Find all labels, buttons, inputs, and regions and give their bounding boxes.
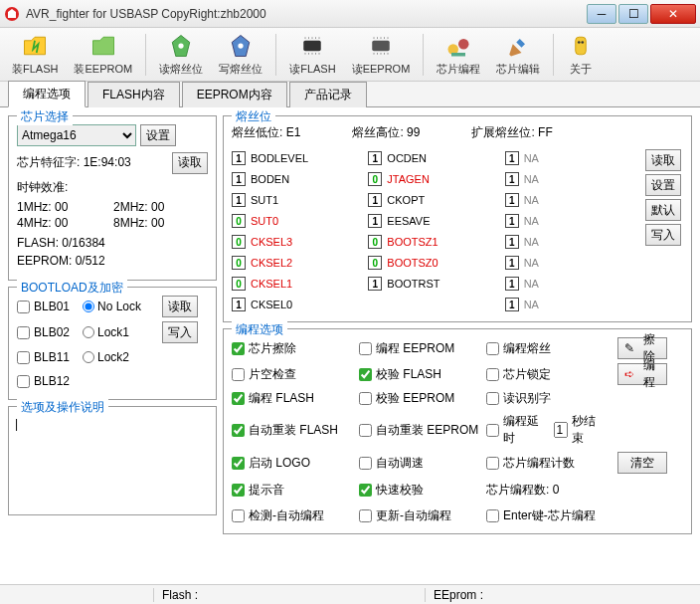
tool-read-eeprom[interactable]: 读EEPROM	[346, 30, 417, 79]
rb-lock2[interactable]: Lock2	[83, 350, 154, 364]
chip-select-title: 芯片选择	[17, 108, 73, 125]
eeprom-usage: EEPROM: 0/512	[17, 254, 208, 268]
fuse-default-button[interactable]: 默认	[645, 199, 681, 221]
fuse-bit[interactable]: 1NA	[505, 191, 641, 209]
fuse-bit[interactable]: 0CKSEL1	[232, 275, 368, 293]
fuse-bit[interactable]: 1NA	[505, 254, 641, 272]
fuse-bit[interactable]: 0BOOTSZ0	[368, 254, 504, 272]
clock-grid: 1MHz: 002MHz: 00 4MHz: 008MHz: 00	[17, 200, 208, 230]
tool-read-flash[interactable]: 读FLASH	[283, 30, 341, 79]
prog-count-label: 芯片编程数: 0	[486, 482, 608, 499]
clear-button[interactable]: 清空	[617, 452, 667, 474]
fuse-write-button[interactable]: 写入	[645, 224, 681, 246]
fuse-bit[interactable]: 0CKSEL2	[232, 254, 368, 272]
fuse-bit[interactable]: 1BODLEVEL	[232, 149, 368, 167]
rb-lock1[interactable]: Lock1	[83, 325, 154, 339]
svg-rect-7	[451, 53, 465, 57]
tool-read-fuse[interactable]: 读熔丝位	[153, 30, 209, 79]
fuse-bit[interactable]: 0SUT0	[232, 212, 368, 230]
titlebar: AVR_fighter for USBASP CopyRight:zhb2000…	[0, 0, 700, 28]
cb-prog-opt[interactable]: 芯片锁定	[486, 366, 608, 383]
status-flash: Flash :	[153, 588, 425, 602]
fuse-bit[interactable]: 0CKSEL3	[232, 233, 368, 251]
bootload-write-button[interactable]: 写入	[162, 321, 198, 343]
fuse-bit[interactable]: 1NA	[505, 275, 641, 293]
chip-read-button[interactable]: 读取	[172, 152, 208, 174]
chip-select-dropdown[interactable]: Atmega16	[17, 124, 136, 146]
cb-prog-opt[interactable]: 芯片编程计数	[486, 455, 608, 472]
cb-prog-opt[interactable]: 读识别字	[486, 390, 608, 407]
group-fuse: 熔丝位 熔丝低位: E1 熔丝高位: 99 扩展熔丝位: FF 1BODLEVE…	[223, 115, 692, 322]
tab-eeprom-content[interactable]: EEPROM内容	[182, 82, 287, 107]
rb-nolock[interactable]: No Lock	[83, 300, 154, 313]
chip-set-button[interactable]: 设置	[140, 124, 176, 146]
fuse-low-col: 1BODLEVEL1BODEN1SUT10SUT00CKSEL30CKSEL20…	[232, 149, 368, 313]
fuse-bit[interactable]: 0JTAGEN	[368, 170, 504, 188]
cb-prog-opt[interactable]: 自动重装 FLASH	[232, 422, 353, 439]
cb-prog-opt[interactable]: 片空检查	[232, 366, 353, 383]
cb-prog-opt[interactable]: 自动调速	[359, 455, 480, 472]
cb-prog-opt[interactable]: 编程延时 秒结束	[486, 413, 608, 447]
cb-prog-opt[interactable]: 编程 EEPROM	[359, 340, 480, 357]
fuse-high-header: 熔丝高位: 99	[352, 124, 420, 141]
cb-prog-opt[interactable]: 编程 FLASH	[232, 390, 353, 407]
cb-blb12[interactable]: BLB12	[17, 374, 79, 388]
svg-point-9	[578, 41, 581, 44]
fuse-title: 熔丝位	[232, 108, 275, 125]
prog-delay-input[interactable]	[554, 422, 568, 438]
cb-blb11[interactable]: BLB11	[17, 350, 79, 364]
tab-flash-content[interactable]: FLASH内容	[88, 82, 180, 107]
tool-write-fuse[interactable]: 写熔丝位	[213, 30, 268, 79]
cb-prog-opt[interactable]: 启动 LOGO	[232, 455, 353, 472]
cb-blb01[interactable]: BLB01	[17, 300, 79, 313]
fuse-bit[interactable]: 1NA	[505, 296, 641, 313]
fuse-bit[interactable]: 1BOOTRST	[368, 275, 504, 293]
fuse-bit[interactable]: 1NA	[505, 233, 641, 251]
fuse-bit[interactable]: 1BODEN	[232, 170, 368, 188]
svg-point-1	[179, 43, 184, 48]
program-button[interactable]: ➪编程	[617, 363, 667, 385]
cb-blb02[interactable]: BLB02	[17, 325, 79, 339]
tool-load-flash[interactable]: 装FLASH	[6, 30, 64, 79]
bootload-read-button[interactable]: 读取	[162, 296, 198, 317]
fuse-bit[interactable]: 1NA	[505, 149, 641, 167]
cb-prog-opt[interactable]: 编程熔丝	[486, 340, 608, 357]
fuse-read-button[interactable]: 读取	[645, 149, 681, 171]
group-bootload: BOOTLOAD及加密 BLB01 No Lock 读取 BLB02 Lock1…	[8, 287, 217, 400]
fuse-bit[interactable]: 0BOOTSZ1	[368, 233, 504, 251]
tab-bar: 编程选项 FLASH内容 EEPROM内容 产品记录	[0, 82, 700, 107]
tab-product-record[interactable]: 产品记录	[289, 82, 367, 107]
group-description: 选项及操作说明 |	[8, 406, 217, 515]
fuse-bit[interactable]: 1CKOPT	[368, 191, 504, 209]
fuse-bit[interactable]: 1SUT1	[232, 191, 368, 209]
maximize-button[interactable]: ☐	[618, 4, 648, 24]
cb-prog-opt[interactable]: 校验 EEPROM	[359, 390, 480, 407]
group-prog-options: 编程选项 芯片擦除编程 EEPROM编程熔丝✎擦除片空检查校验 FLASH芯片锁…	[223, 328, 692, 534]
cb-prog-opt[interactable]: Enter键-芯片编程	[486, 507, 608, 524]
cb-prog-opt[interactable]: 检测-自动编程	[232, 507, 353, 524]
fuse-bit[interactable]: 1EESAVE	[368, 212, 504, 230]
erase-button[interactable]: ✎擦除	[617, 337, 667, 359]
cb-prog-opt[interactable]: 快速校验	[359, 482, 480, 499]
tool-load-eeprom[interactable]: 装EEPROM	[68, 30, 138, 79]
tool-chip-edit[interactable]: 芯片编辑	[490, 30, 546, 79]
fuse-bit[interactable]: 1NA	[505, 170, 641, 188]
tool-about[interactable]: 关于	[561, 30, 601, 79]
fuse-bit[interactable]: 1NA	[505, 212, 641, 230]
tab-prog-options[interactable]: 编程选项	[8, 81, 86, 107]
bootload-title: BOOTLOAD及加密	[17, 280, 127, 297]
svg-rect-4	[372, 41, 390, 52]
cb-prog-opt[interactable]: 校验 FLASH	[359, 366, 480, 383]
fuse-ext-col: 1NA1NA1NA1NA1NA1NA1NA1NA	[505, 149, 641, 313]
cb-prog-opt[interactable]: 提示音	[232, 482, 353, 499]
cb-prog-opt[interactable]: 更新-自动编程	[359, 507, 480, 524]
fuse-bit[interactable]: 1OCDEN	[368, 149, 504, 167]
close-button[interactable]: ✕	[650, 4, 696, 24]
minimize-button[interactable]: ─	[587, 4, 616, 24]
fuse-bit[interactable]: 1CKSEL0	[232, 296, 368, 313]
tool-chip-program[interactable]: 芯片编程	[431, 30, 486, 79]
cb-prog-opt[interactable]: 芯片擦除	[232, 340, 353, 357]
cb-prog-opt[interactable]: 自动重装 EEPROM	[359, 422, 480, 439]
window-title: AVR_fighter for USBASP CopyRight:zhb2000	[26, 7, 585, 21]
fuse-set-button[interactable]: 设置	[645, 174, 681, 196]
